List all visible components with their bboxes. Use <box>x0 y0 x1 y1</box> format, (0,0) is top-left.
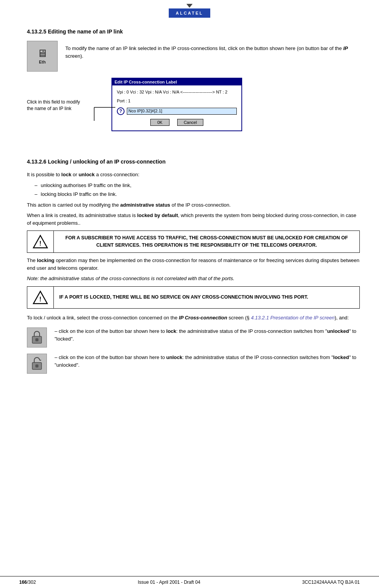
icon-description-row: 🖥 Eth To modify the name of an IP link s… <box>27 41 360 72</box>
para1-start: It is possible to <box>27 172 62 177</box>
footer-doc-number: 3CC12424AAAA TQ BJA 01 <box>302 580 360 585</box>
section-4132-5-heading: 4.13.2.5 Editing the name of an IP link <box>27 28 360 35</box>
alcatel-logo: ALCATEL <box>169 4 210 18</box>
svg-rect-7 <box>35 338 38 341</box>
section-4132-6: 4.13.2.6 Locking / unlocking of an IP cr… <box>27 159 360 374</box>
para2-start: This action is carried out by modifying … <box>27 202 120 208</box>
svg-rect-10 <box>35 364 38 368</box>
logo-label: ALCATEL <box>176 11 203 15</box>
page-footer: 166/302 Issue 01 - April 2001 - Draft 04… <box>0 576 379 588</box>
dialog-buttons: 0K Cancel <box>117 119 237 126</box>
para1-end: a cross-connection: <box>95 172 139 177</box>
warning-text-2: IF A PORT IS LOCKED, THERE WILL BE NO SE… <box>54 287 359 308</box>
dialog-input-row: ? Nco IP[0.32]#[2.1] <box>117 107 237 115</box>
footer-page-total: /302 <box>27 580 36 585</box>
para4-start: The <box>27 257 37 263</box>
lock-row1-bold: lock <box>166 328 176 334</box>
dialog-info-line2: Port : 1 <box>117 98 237 104</box>
alcatel-logo-text: ALCATEL <box>169 8 210 18</box>
para5: To lock / unlock a link, select the cros… <box>27 314 360 322</box>
lock-row2-start: – click on the icon of the button bar sh… <box>55 354 166 360</box>
intro-text2: screen). <box>65 53 83 59</box>
page-header: ALCATEL <box>0 0 379 21</box>
bullet-2: locking blocks IP traffic on the link. <box>35 190 360 198</box>
dialog-body: Vpi : 0 Vci : 32 Vpi : N/A Vci : N/A <--… <box>112 85 241 130</box>
main-content: 4.13.2.5 Editing the name of an IP link … <box>21 25 360 380</box>
lock-row2-bold: unlock <box>166 354 183 360</box>
page-container: ALCATEL 4.13.2.5 Editing the name of an … <box>0 0 379 588</box>
section-4132-6-heading: 4.13.2.6 Locking / unlocking of an IP cr… <box>27 159 360 165</box>
lock-open-icon <box>30 356 43 371</box>
dialog-area: Click in this field to modify the name o… <box>27 78 360 147</box>
warning-text-1: FOR A SUBSCRIBER TO HAVE ACCESS TO TRAFF… <box>54 231 359 252</box>
annotation-arrow-svg <box>31 102 119 125</box>
para4: The locking operation may then be implem… <box>27 257 360 272</box>
section-4132-5: 4.13.2.5 Editing the name of an IP link … <box>27 28 360 147</box>
lock-row-2: – click on the icon of the button bar sh… <box>27 354 360 374</box>
lock-row1-bold2: unlocked <box>327 328 349 334</box>
para5-italic: 4.13.2.1 Presentation of the IP screen <box>251 315 335 321</box>
svg-text:!: ! <box>39 240 41 247</box>
warning-triangle-2: ! <box>33 291 48 304</box>
dialog-box: Edit IP Cross-connection Label Vpi : 0 V… <box>111 78 242 131</box>
lock-icon-locked <box>27 327 47 347</box>
warning-box-2: ! IF A PORT IS LOCKED, THERE WILL BE NO … <box>27 286 360 309</box>
para3: When a link is created, its administrati… <box>27 212 360 227</box>
footer-page-number: 166/302 <box>19 580 36 585</box>
lock-row1-start: – click on the icon of the button bar sh… <box>55 328 166 334</box>
lock-row2-end: : the administrative status of the IP cr… <box>182 354 333 360</box>
warning-icon-1: ! <box>27 231 54 252</box>
para5-start: To lock / unlock a link, select the cros… <box>27 315 179 321</box>
lock-row-1: – click on the icon of the button bar sh… <box>27 327 360 347</box>
para3-start: When a link is created, its administrati… <box>27 212 137 218</box>
lock-row1-end: : the administrative status of the IP cr… <box>176 328 327 334</box>
intro-text: To modify the name of an IP link selecte… <box>65 45 343 51</box>
footer-issue: Issue 01 - April 2001 - Draft 04 <box>138 580 200 585</box>
dialog-ok-button[interactable]: 0K <box>150 119 170 126</box>
eth-icon-graphic: 🖥 <box>37 48 48 59</box>
dialog-info-line1: Vpi : 0 Vci : 32 Vpi : N/A Vci : N/A <--… <box>117 89 237 95</box>
dialog-cancel-button[interactable]: Cancel <box>177 119 203 126</box>
para5-mid: screen (§ <box>227 315 251 321</box>
lock-icon-unlocked <box>27 354 47 374</box>
dialog-input-value: Nco IP[0.32]#[2.1] <box>128 109 162 113</box>
annotation-area: Click in this field to modify the name o… <box>27 78 111 147</box>
eth-icon: 🖥 Eth <box>27 41 58 72</box>
lock-row-2-text: – click on the icon of the button bar sh… <box>55 354 360 369</box>
note-italic: Note: the administrative status of the c… <box>27 275 360 282</box>
para2: This action is carried out by modifying … <box>27 201 360 209</box>
lock-row2-bold2: locked <box>333 354 349 360</box>
para5-end: ), and: <box>334 315 349 321</box>
bullet-list: unlocking authorises IP traffic on the l… <box>27 182 360 198</box>
lock-closed-icon <box>30 330 43 345</box>
para4-end: operation may then be implemented on the… <box>27 257 359 271</box>
lock-row-1-text: – click on the icon of the button bar sh… <box>55 327 360 342</box>
eth-icon-label: Eth <box>39 60 46 64</box>
para3-bold: locked by default <box>137 212 178 218</box>
para1-mid: or <box>71 172 79 177</box>
bullet-1: unlocking authorises IP traffic on the l… <box>35 182 360 189</box>
warning-box-1: ! FOR A SUBSCRIBER TO HAVE ACCESS TO TRA… <box>27 231 360 253</box>
para1-bold2: unlock <box>78 172 95 177</box>
para5-bold: IP Cross-connection <box>179 315 227 321</box>
dialog-titlebar: Edit IP Cross-connection Label <box>112 79 241 85</box>
dialog-input-field[interactable]: Nco IP[0.32]#[2.1] <box>127 108 237 115</box>
para2-bold: administrative status <box>120 202 170 208</box>
para1-bold1: lock <box>62 172 71 177</box>
warning-icon-2: ! <box>27 287 54 308</box>
intro-bold: IP <box>343 45 348 51</box>
para2-end: of the IP cross-connection. <box>170 202 231 208</box>
arrow-icon <box>186 4 193 8</box>
section-4132-5-intro: To modify the name of an IP link selecte… <box>65 41 360 60</box>
warning-triangle-1: ! <box>33 235 48 249</box>
para4-bold: locking <box>37 257 55 263</box>
svg-text:!: ! <box>39 296 41 302</box>
para1: It is possible to lock or unlock a cross… <box>27 171 360 179</box>
